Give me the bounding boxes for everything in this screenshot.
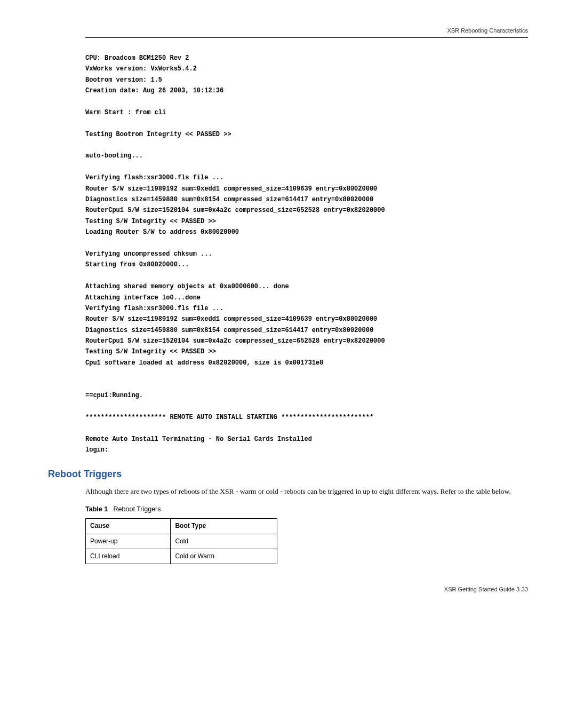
table-cell: CLI reload	[86, 549, 171, 564]
table-header-boot-type: Boot Type	[171, 519, 277, 534]
table-row: CLI reload Cold or Warm	[86, 549, 277, 564]
table-caption-label: Table 1	[85, 505, 108, 513]
body-paragraph: Although there are two types of reboots …	[85, 486, 528, 497]
table-header-row: Cause Boot Type	[86, 519, 277, 534]
page-footer: XSR Getting Started Guide 3-33	[85, 585, 528, 594]
running-header: XSR Rebooting Characteristics	[85, 27, 528, 38]
table-cell: Cold or Warm	[171, 549, 277, 564]
table-caption: Table 1 Reboot Triggers	[85, 504, 528, 514]
terminal-output: CPU: Broadcom BCM1250 Rev 2 VxWorks vers…	[85, 53, 528, 455]
table-cell: Cold	[171, 534, 277, 549]
section-heading: Reboot Triggers	[48, 467, 528, 481]
reboot-triggers-table: Cause Boot Type Power-up Cold CLI reload…	[85, 518, 277, 564]
table-header-cause: Cause	[86, 519, 171, 534]
table-row: Power-up Cold	[86, 534, 277, 549]
table-caption-text: Reboot Triggers	[114, 505, 161, 513]
table-cell: Power-up	[86, 534, 171, 549]
